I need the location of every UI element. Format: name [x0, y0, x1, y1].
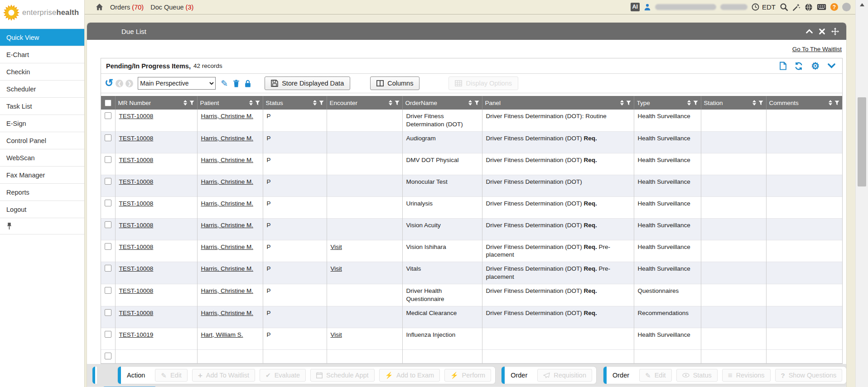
row-checkbox[interactable] — [105, 156, 111, 163]
column-header-encounter[interactable]: Encounter — [327, 96, 402, 110]
filter-funnel-icon[interactable] — [395, 100, 400, 105]
patient-link[interactable]: Harris, Christine M. — [201, 287, 254, 294]
sidebar-item-control-panel[interactable]: Control Panel — [0, 132, 84, 149]
mr-number-link[interactable]: TEST-10019 — [119, 331, 154, 338]
sort-icon[interactable] — [752, 100, 756, 105]
row-checkbox[interactable] — [105, 200, 111, 206]
chevron-down-icon[interactable] — [828, 63, 835, 68]
column-header-patient[interactable]: Patient — [197, 96, 263, 110]
scroll-up-arrow-icon[interactable] — [860, 3, 864, 6]
sort-icon[interactable] — [620, 100, 624, 105]
mr-number-link[interactable]: TEST-10008 — [119, 244, 154, 250]
patient-link[interactable]: Hart, William S. — [201, 331, 243, 338]
collapse-icon[interactable] — [806, 29, 813, 33]
go-to-waitlist-link[interactable]: Go To The Waitlist — [792, 46, 842, 53]
undo-icon[interactable]: ↺ — [105, 77, 113, 89]
column-header-station[interactable]: Station — [701, 96, 766, 110]
sidebar-item-e-sign[interactable]: E-Sign — [0, 115, 84, 132]
sidebar-item-logout[interactable]: Logout — [0, 201, 84, 218]
patient-link[interactable]: Harris, Christine M. — [201, 310, 254, 316]
row-checkbox[interactable] — [105, 178, 111, 185]
row-checkbox[interactable] — [105, 287, 111, 294]
row-checkbox[interactable] — [105, 221, 111, 228]
column-header-status[interactable]: Status — [263, 96, 327, 110]
globe-icon[interactable] — [805, 3, 813, 11]
mr-number-link[interactable]: TEST-10008 — [119, 135, 154, 142]
ai-badge[interactable]: AI — [631, 3, 640, 11]
lock-icon[interactable] — [245, 80, 251, 87]
sort-icon[interactable] — [183, 100, 187, 105]
mr-number-link[interactable]: TEST-10008 — [119, 178, 154, 185]
perspective-select[interactable]: Main Perspective — [138, 77, 216, 90]
gear-icon[interactable]: ⚙ — [811, 61, 820, 71]
column-header-panel[interactable]: Panel — [482, 96, 634, 110]
status-button[interactable]: Status — [676, 369, 718, 382]
home-icon[interactable] — [96, 3, 103, 11]
sort-icon[interactable] — [829, 100, 832, 105]
encounter-link[interactable]: Visit — [331, 331, 342, 338]
mr-number-link[interactable]: TEST-10008 — [119, 222, 154, 229]
row-checkbox[interactable] — [105, 243, 111, 250]
mr-number-link[interactable]: TEST-10008 — [119, 200, 154, 207]
patient-link[interactable]: Harris, Christine M. — [201, 265, 254, 272]
next-perspective-icon[interactable]: ❯ — [125, 80, 133, 87]
revisions-button[interactable]: ≡Revisions — [722, 369, 771, 382]
bottom-select-checkbox[interactable] — [105, 353, 111, 359]
row-checkbox[interactable] — [105, 265, 111, 272]
row-checkbox[interactable] — [105, 134, 111, 141]
filter-funnel-icon[interactable] — [189, 100, 194, 105]
column-header-type[interactable]: Type — [634, 96, 701, 110]
magic-wand-icon[interactable] — [792, 3, 800, 11]
prev-perspective-icon[interactable]: ❮ — [116, 80, 123, 87]
sidebar-item-reports[interactable]: Reports — [0, 184, 84, 201]
timezone-label[interactable]: EDT — [762, 3, 776, 11]
sidebar-item-webscan[interactable]: WebScan — [0, 149, 84, 167]
columns-button[interactable]: Columns — [370, 76, 420, 90]
mr-number-link[interactable]: TEST-10008 — [119, 113, 154, 119]
column-header-comments[interactable]: Comments — [766, 96, 842, 110]
sidebar-item-task-list[interactable]: Task List — [0, 98, 84, 115]
refresh-icon[interactable] — [795, 62, 803, 70]
mr-number-link[interactable]: TEST-10008 — [119, 265, 154, 272]
mr-number-link[interactable]: TEST-10008 — [119, 287, 154, 294]
filter-funnel-icon[interactable] — [834, 100, 839, 105]
patient-link[interactable]: Harris, Christine M. — [201, 135, 254, 142]
show-questions-button[interactable]: ?Show Questions — [775, 369, 843, 382]
filter-funnel-icon[interactable] — [255, 100, 260, 105]
add-to-waitlist-button[interactable]: +Add To Waitlist — [192, 369, 255, 382]
patient-link[interactable]: Harris, Christine M. — [201, 178, 254, 185]
vertical-scrollbar-thumb[interactable] — [858, 97, 866, 186]
filter-funnel-icon[interactable] — [693, 100, 698, 105]
keyboard-icon[interactable] — [817, 4, 826, 10]
row-checkbox[interactable] — [105, 331, 111, 338]
encounter-link[interactable]: Visit — [331, 244, 342, 250]
patient-link[interactable]: Harris, Christine M. — [201, 157, 254, 163]
add-to-exam-button[interactable]: ⚡Add to Exam — [379, 369, 440, 382]
sidebar-item-quick-view[interactable]: Quick View — [0, 29, 84, 46]
encounter-link[interactable]: Visit — [331, 265, 342, 272]
close-icon[interactable] — [819, 29, 825, 34]
sidebar-item-scheduler[interactable]: Scheduler — [0, 81, 84, 98]
vertical-scrollbar[interactable] — [855, 0, 868, 387]
patient-link[interactable]: Harris, Christine M. — [201, 113, 254, 119]
sidebar-item-checkin[interactable]: Checkin — [0, 63, 84, 81]
move-icon[interactable] — [831, 28, 839, 35]
patient-link[interactable]: Harris, Christine M. — [201, 244, 254, 250]
search-icon[interactable] — [780, 3, 788, 11]
filter-funnel-icon[interactable] — [626, 100, 631, 105]
sidebar-pin[interactable] — [0, 218, 84, 234]
delete-perspective-icon[interactable] — [233, 80, 240, 87]
avatar[interactable] — [842, 3, 851, 11]
mr-number-link[interactable]: TEST-10008 — [119, 310, 154, 316]
edit-button[interactable]: ✎Edit — [155, 369, 188, 382]
tab-doc-queue[interactable]: Doc Queue (3) — [150, 4, 193, 11]
tab-orders[interactable]: Orders (70) — [110, 4, 144, 11]
sort-icon[interactable] — [468, 100, 472, 105]
filter-funnel-icon[interactable] — [474, 100, 479, 105]
edit-button[interactable]: ✎Edit — [639, 369, 672, 382]
mr-number-link[interactable]: TEST-10008 — [119, 157, 154, 163]
patient-link[interactable]: Harris, Christine M. — [201, 222, 254, 229]
column-header-mr-number[interactable]: MR Number — [115, 96, 197, 110]
store-displayed-data-button[interactable]: Store Displayed Data — [265, 76, 350, 90]
column-header-ordername[interactable]: OrderName — [402, 96, 482, 110]
